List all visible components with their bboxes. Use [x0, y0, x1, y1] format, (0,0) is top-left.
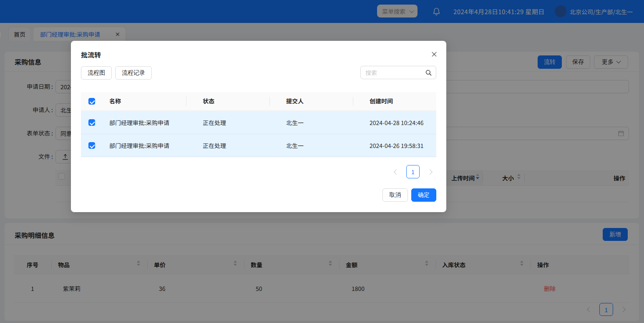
cancel-button[interactable]: 取消: [382, 188, 408, 202]
modal-pagination-prev-icon[interactable]: [394, 169, 399, 175]
close-icon: [431, 51, 438, 58]
modal-col-status: 状态: [203, 97, 214, 105]
modal-pagination-next-icon[interactable]: [427, 169, 433, 175]
ok-button[interactable]: 确定: [411, 188, 436, 202]
column-separator: [353, 97, 353, 106]
row-2-name: 部门经理审批:采购申请: [109, 134, 169, 157]
row-2-checkbox[interactable]: [88, 142, 95, 149]
row-2-submitter: 北生一: [286, 134, 304, 157]
modal-pagination-page-1[interactable]: 1: [406, 165, 420, 178]
modal-table-row-2[interactable]: 部门经理审批:采购申请 正在处理 北生一 2024-04-26 19:58:31: [81, 134, 436, 157]
search-icon[interactable]: [425, 70, 432, 76]
batch-flow-modal: 批流转 流程图 流程记录 名称 状态 提交人 创建时间 部门经理审批:采购申请 …: [71, 41, 446, 212]
modal-table-header: 名称 状态 提交人 创建时间: [81, 92, 436, 111]
row-2-created: 2024-04-26 19:58:31: [370, 134, 423, 157]
row-2-status: 正在处理: [203, 134, 226, 157]
modal-title: 批流转: [81, 50, 101, 60]
modal-col-submitter: 提交人: [286, 97, 304, 105]
select-all-checkbox[interactable]: [88, 98, 95, 105]
modal-table-row-1[interactable]: 部门经理审批:采购申请 正在处理 北生一 2024-04-28 10:24:46: [81, 111, 436, 134]
row-1-name: 部门经理审批:采购申请: [109, 111, 169, 134]
row-1-submitter: 北生一: [286, 111, 304, 134]
row-1-created: 2024-04-28 10:24:46: [370, 111, 423, 134]
modal-col-created: 创建时间: [370, 97, 393, 105]
modal-col-name: 名称: [109, 97, 121, 105]
modal-search: [360, 66, 436, 79]
column-separator: [186, 97, 186, 106]
search-input[interactable]: [365, 68, 425, 77]
flow-record-button[interactable]: 流程记录: [115, 66, 152, 80]
row-1-status: 正在处理: [203, 111, 226, 134]
modal-close-button[interactable]: [427, 47, 441, 61]
flow-chart-button[interactable]: 流程图: [81, 66, 112, 80]
column-separator: [269, 97, 270, 106]
row-1-checkbox[interactable]: [88, 119, 95, 126]
